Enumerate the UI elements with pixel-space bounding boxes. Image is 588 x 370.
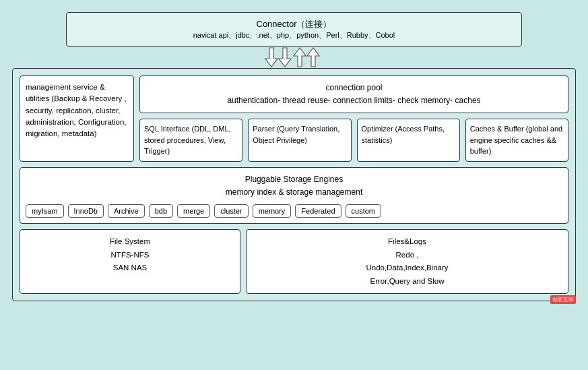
engine-tag-myisam: myIsam xyxy=(26,204,64,218)
engine-tag-merge: merge xyxy=(177,204,210,218)
watermark: 创新互联 xyxy=(550,295,576,304)
storage-line1: Pluggable Storage Engines xyxy=(26,173,562,186)
connector-subtitle: navicat api、jdbc、.net、php、python、Perl、Ru… xyxy=(75,30,513,40)
files-logs-box: Files&Logs Redo , Undo,Data,Index,Binary… xyxy=(246,229,568,294)
connection-pool-line1: connection pool xyxy=(148,82,560,94)
engine-tag-memory: memory xyxy=(253,204,292,218)
filesystem-line2: NTFS-NFS xyxy=(28,249,232,262)
right-section: connection pool authentication- thread r… xyxy=(139,75,568,162)
management-text: management service & utilities (Backup &… xyxy=(26,83,127,137)
engine-tag-federated: Federated xyxy=(295,204,341,218)
top-section: management service & utilities (Backup &… xyxy=(20,75,568,162)
four-boxes: SQL Interface (DDL, DML, stored procedur… xyxy=(139,119,568,162)
main-container: management service & utilities (Backup &… xyxy=(12,68,576,301)
connection-pool-line2: authentication- thread reuse- connection… xyxy=(148,94,560,107)
filesystem-box: File System NTFS-NFS SAN NAS xyxy=(20,229,240,294)
storage-line2: memory index & storage management xyxy=(26,186,562,199)
engine-tag-bdb: bdb xyxy=(149,204,173,218)
inner-box-caches-text: Caches & Buffer (global and engine speci… xyxy=(470,125,562,155)
engine-tag-cluster: cluster xyxy=(214,204,248,218)
connection-pool-box: connection pool authentication- thread r… xyxy=(139,75,568,113)
inner-box-optimizer: Optimizer (Access Paths, statistics) xyxy=(357,119,460,162)
svg-marker-2 xyxy=(294,48,306,67)
engine-tag-innodb: InnoDb xyxy=(68,204,104,218)
files-logs-line2: Redo , xyxy=(255,249,560,262)
svg-marker-1 xyxy=(279,48,291,67)
inner-box-parser-text: Parser (Query Translation, Object Privil… xyxy=(253,125,339,144)
files-logs-line3: Undo,Data,Index,Binary xyxy=(255,261,560,275)
arrows-icon xyxy=(264,47,325,68)
svg-marker-3 xyxy=(307,48,319,67)
engine-tags: myIsamInnoDbArchivebdbmergeclustermemory… xyxy=(26,204,562,218)
watermark-logo: 创新互联 xyxy=(550,295,576,304)
engine-tag-archive: Archive xyxy=(108,204,145,218)
arrows-row xyxy=(12,47,576,68)
connector-title: Connector（连接） xyxy=(75,18,513,30)
inner-box-sql-text: SQL Interface (DDL, DML, stored procedur… xyxy=(144,125,231,155)
inner-box-optimizer-text: Optimizer (Access Paths, statistics) xyxy=(362,125,445,144)
bottom-section: File System NTFS-NFS SAN NAS Files&Logs … xyxy=(20,229,568,294)
management-box: management service & utilities (Backup &… xyxy=(20,75,134,162)
filesystem-line3: SAN NAS xyxy=(28,261,232,275)
inner-box-sql: SQL Interface (DDL, DML, stored procedur… xyxy=(139,119,242,162)
filesystem-line1: File System xyxy=(28,235,232,249)
files-logs-line1: Files&Logs xyxy=(255,235,560,249)
inner-box-caches: Caches & Buffer (global and engine speci… xyxy=(465,119,568,162)
storage-title: Pluggable Storage Engines memory index &… xyxy=(26,173,562,199)
connector-box: Connector（连接） navicat api、jdbc、.net、php、… xyxy=(66,12,522,47)
svg-marker-0 xyxy=(265,48,277,67)
engine-tag-custom: custom xyxy=(346,204,381,218)
storage-section: Pluggable Storage Engines memory index &… xyxy=(20,167,568,224)
files-logs-line4: Error,Query and Slow xyxy=(255,275,560,288)
inner-box-parser: Parser (Query Translation, Object Privil… xyxy=(248,119,351,162)
